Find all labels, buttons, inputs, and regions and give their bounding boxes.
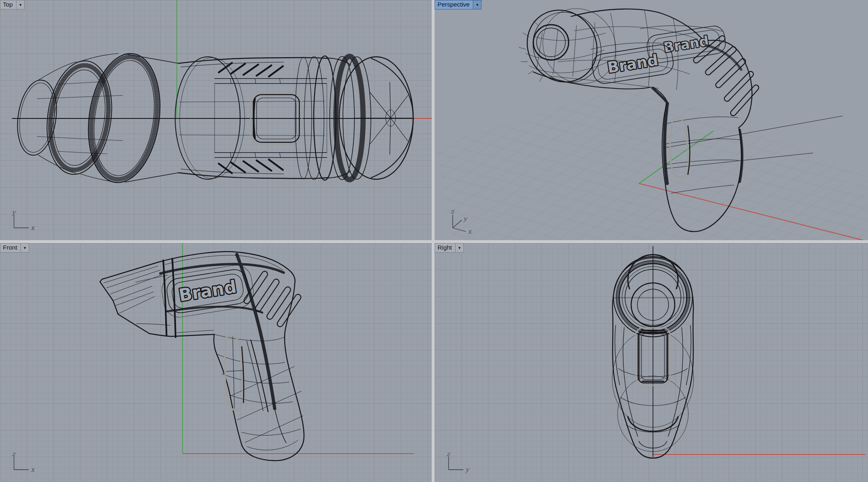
viewport-title[interactable]: Perspective xyxy=(435,0,473,9)
viewport-perspective[interactable]: Brand Brand Perspective ▼ z y xyxy=(435,0,868,240)
front-hatched-bands xyxy=(160,255,284,408)
ground-plane-grid xyxy=(435,83,868,240)
brand-logo-text: Brand xyxy=(606,51,659,77)
axis-label-x: x xyxy=(31,466,35,473)
axis-gizmo-right: z y xyxy=(442,452,471,476)
axis-label-z: z xyxy=(12,452,16,458)
axis-gizmo-perspective: z y x xyxy=(448,209,475,235)
wireframe-drill-right-view xyxy=(612,246,694,458)
front-view-axes xyxy=(183,243,414,454)
viewport-dropdown-button[interactable]: ▼ xyxy=(21,243,29,252)
axis-label-z: z xyxy=(447,452,451,458)
wireframe-drill-front-view: Brand xyxy=(100,252,304,461)
axis-label-y: y xyxy=(12,210,16,216)
viewport-title[interactable]: Right xyxy=(435,243,455,252)
viewport-label-perspective[interactable]: Perspective ▼ xyxy=(435,0,481,9)
viewport-dropdown-button[interactable]: ▼ xyxy=(473,0,481,9)
axis-label-y: y xyxy=(465,466,470,473)
viewport-title[interactable]: Top xyxy=(0,0,16,9)
axis-label-y: y xyxy=(463,215,468,222)
chevron-down-icon: ▼ xyxy=(23,244,27,252)
top-view-canvas[interactable] xyxy=(0,0,432,240)
viewport-front[interactable]: Brand xyxy=(0,243,432,482)
viewport-label-top[interactable]: Top ▼ xyxy=(0,0,25,9)
viewport-label-right[interactable]: Right ▼ xyxy=(435,243,464,253)
axis-label-x: x xyxy=(31,224,35,232)
perspective-view-canvas[interactable]: Brand Brand xyxy=(435,0,868,240)
axis-label-z: z xyxy=(451,209,455,215)
viewport-dropdown-button[interactable]: ▼ xyxy=(455,243,463,252)
viewport-label-front[interactable]: Front ▼ xyxy=(0,243,29,253)
cad-four-viewport-workspace: { "ui": { "dropdown_icon": "▼" }, "viewp… xyxy=(0,0,868,482)
viewport-right[interactable]: Right ▼ z y xyxy=(435,243,868,482)
right-view-canvas[interactable] xyxy=(435,243,868,482)
viewport-dropdown-button[interactable]: ▼ xyxy=(16,0,24,9)
front-trigger xyxy=(225,336,244,410)
right-view-axes xyxy=(653,451,866,454)
chevron-down-icon: ▼ xyxy=(458,244,461,252)
viewport-top[interactable]: Top ▼ y x xyxy=(0,0,432,240)
top-view-axes xyxy=(177,0,432,118)
axis-gizmo-front: z x xyxy=(7,452,36,476)
front-view-canvas[interactable]: Brand xyxy=(0,243,432,482)
chevron-down-icon: ▼ xyxy=(19,1,22,9)
axis-label-x: x xyxy=(468,228,472,235)
viewport-title[interactable]: Front xyxy=(0,243,21,252)
brand-panel-near: Brand xyxy=(591,43,675,85)
wireframe-drill-top-view xyxy=(12,49,414,188)
chevron-down-icon: ▼ xyxy=(475,1,479,9)
axis-gizmo-top: y x xyxy=(7,210,36,234)
